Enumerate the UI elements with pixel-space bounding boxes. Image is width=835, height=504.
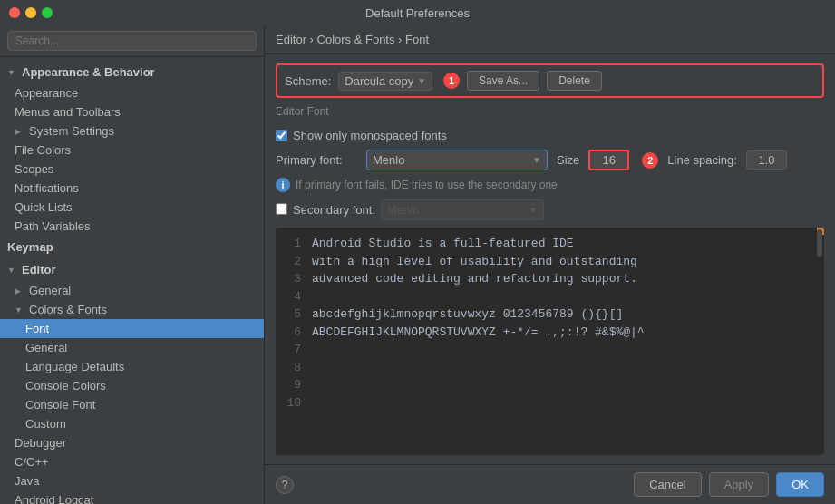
apply-button[interactable]: Apply (709, 472, 770, 497)
sidebar-label: Keymap (7, 240, 53, 254)
sidebar-item-file-colors[interactable]: File Colors (0, 141, 264, 160)
help-button[interactable]: ? (276, 476, 294, 494)
search-input[interactable] (7, 31, 257, 51)
sidebar-label: Quick Lists (15, 200, 73, 214)
sidebar-label: Console Colors (25, 379, 106, 393)
arrow-icon: ▶ (15, 127, 25, 136)
scheme-dropdown[interactable]: Darcula copy ▼ (338, 72, 432, 91)
bottom-right: Cancel Apply OK (634, 472, 824, 497)
sidebar-item-keymap[interactable]: Keymap (0, 236, 264, 258)
primary-font-dropdown[interactable]: Menlo ▼ (366, 150, 548, 170)
arrow-icon: ▼ (7, 68, 18, 77)
sidebar-label: Scopes (15, 162, 53, 176)
preview-scrollbar[interactable] (817, 229, 822, 257)
cancel-button[interactable]: Cancel (634, 472, 701, 497)
maximize-button[interactable] (42, 7, 53, 18)
window-controls (9, 7, 53, 18)
sidebar-item-appearance[interactable]: Appearance (0, 83, 264, 102)
preview-line: 2with a high level of usability and outs… (286, 253, 813, 271)
content-body: Scheme: Darcula copy ▼ 1 Save As... Dele… (265, 54, 835, 464)
secondary-font-value: Menlo (387, 203, 419, 217)
info-icon: i (276, 178, 290, 192)
sidebar-item-java[interactable]: Java (0, 471, 264, 490)
sidebar-label: Java (15, 474, 39, 488)
preview-line: 8 (286, 359, 813, 377)
minimize-button[interactable] (25, 7, 36, 18)
sidebar-tree: ▼ Appearance & Behavior Appearance Menus… (0, 57, 264, 504)
close-button[interactable] (9, 7, 20, 18)
bottom-bar: ? Cancel Apply OK (265, 464, 835, 504)
primary-font-row: Primary font: Menlo ▼ Size 2 Line spacin… (276, 150, 824, 170)
sidebar-item-android-logcat[interactable]: Android Logcat (0, 490, 264, 504)
sidebar-item-console-font[interactable]: Console Font (0, 395, 264, 414)
primary-font-value: Menlo (373, 153, 404, 167)
size-input[interactable] (588, 150, 629, 170)
sidebar-item-quick-lists[interactable]: Quick Lists (0, 198, 264, 217)
preview-line: 5abcdefghijklmnopqrstuvwxyz 0123456789 (… (286, 305, 813, 324)
preview-line: 9 (286, 376, 813, 394)
line-content: with a high level of usability and outst… (312, 253, 637, 271)
line-content: abcdefghijklmnopqrstuvwxyz 0123456789 ()… (312, 305, 623, 324)
line-number: 10 (286, 394, 301, 412)
secondary-font-dropdown[interactable]: Menlo ▼ (381, 199, 544, 220)
sidebar-label: Menus and Toolbars (15, 105, 121, 119)
preview-area: 1Android Studio is a full-featured IDE2w… (276, 228, 824, 455)
scheme-label: Scheme: (285, 74, 331, 88)
line-number: 7 (286, 341, 301, 359)
secondary-font-label: Secondary font: (293, 203, 375, 217)
sidebar-item-path-variables[interactable]: Path Variables (0, 217, 264, 236)
preview-line: 7 (286, 341, 813, 359)
monospaced-checkbox[interactable] (276, 130, 287, 141)
sidebar-item-appearance-behavior[interactable]: ▼ Appearance & Behavior (0, 61, 264, 83)
ok-button[interactable]: OK (776, 472, 824, 497)
sidebar-item-editor[interactable]: ▼ Editor (0, 258, 264, 281)
arrow-icon: ▼ (7, 266, 18, 275)
sidebar-label: Notifications (15, 181, 79, 195)
line-number: 5 (286, 305, 301, 324)
preview-line: 6ABCDEFGHIJKLMNOPQRSTUVWXYZ +-*/= .,;:!?… (286, 324, 813, 342)
sidebar-item-cpp[interactable]: C/C++ (0, 452, 264, 471)
sidebar-item-font[interactable]: Font (0, 319, 264, 338)
monospaced-row: Show only monospaced fonts (276, 129, 824, 142)
preview-lines: 1Android Studio is a full-featured IDE2w… (286, 235, 813, 412)
sidebar-item-colors-fonts[interactable]: ▼ Colors & Fonts (0, 300, 264, 319)
info-text: If primary font fails, IDE tries to use … (296, 179, 558, 191)
size-label: Size (557, 153, 579, 167)
delete-button[interactable]: Delete (547, 71, 602, 91)
editor-font-section: Editor Font Show only monospaced fonts P… (276, 105, 824, 220)
sidebar-item-scopes[interactable]: Scopes (0, 160, 264, 179)
sidebar-label: Appearance & Behavior (22, 65, 155, 79)
arrow-icon: ▶ (15, 286, 25, 296)
preview-line: 10 (286, 394, 813, 412)
scheme-value: Darcula copy (345, 74, 413, 88)
info-row: i If primary font fails, IDE tries to us… (276, 178, 824, 192)
sidebar-item-console-colors[interactable]: Console Colors (0, 376, 264, 395)
line-content: advanced code editing and refactoring su… (312, 270, 637, 288)
linespacing-input[interactable] (746, 150, 787, 170)
sidebar-item-custom[interactable]: Custom (0, 414, 264, 433)
window-title: Default Preferences (365, 6, 470, 20)
main-layout: ▼ Appearance & Behavior Appearance Menus… (0, 25, 835, 504)
step-badge-2: 2 (642, 152, 658, 169)
sidebar-item-menus-toolbars[interactable]: Menus and Toolbars (0, 102, 264, 121)
sidebar-item-general[interactable]: ▶ General (0, 281, 264, 300)
secondary-font-checkbox[interactable] (276, 203, 287, 215)
sidebar-item-system-settings[interactable]: ▶ System Settings (0, 121, 264, 141)
sidebar-label: Language Defaults (25, 360, 124, 373)
save-as-button[interactable]: Save As... (467, 71, 539, 91)
search-bar (0, 25, 264, 57)
sidebar-item-debugger[interactable]: Debugger (0, 433, 264, 452)
sidebar-item-general2[interactable]: General (0, 338, 264, 357)
dropdown-arrow-icon: ▼ (529, 205, 538, 215)
sidebar-label: File Colors (15, 143, 71, 157)
line-number: 8 (286, 359, 301, 377)
sidebar-item-language-defaults[interactable]: Language Defaults (0, 357, 264, 376)
line-number: 3 (286, 270, 301, 288)
breadcrumb: Editor › Colors & Fonts › Font (265, 25, 835, 54)
preview-line: 3advanced code editing and refactoring s… (286, 270, 813, 288)
sidebar-label: Custom (25, 417, 66, 431)
sidebar-item-notifications[interactable]: Notifications (0, 179, 264, 198)
dropdown-arrow-icon: ▼ (532, 155, 541, 165)
title-bar: Default Preferences (0, 0, 835, 25)
linespacing-label: Line spacing: (667, 153, 737, 167)
